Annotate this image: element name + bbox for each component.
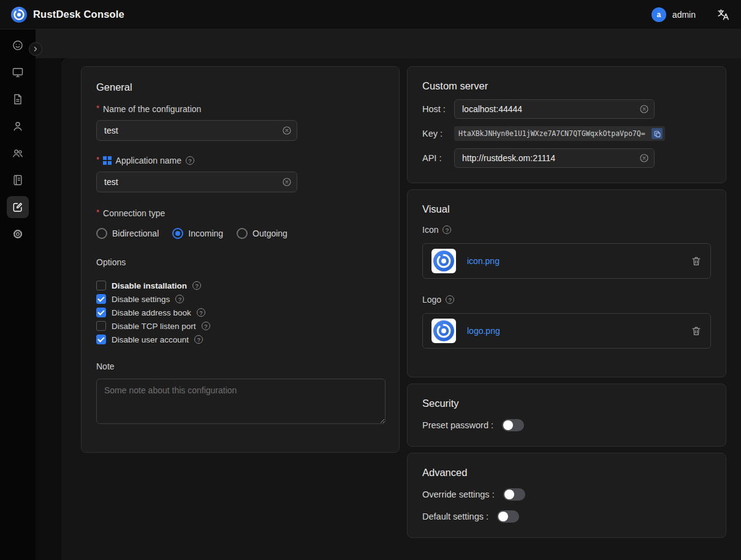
help-icon[interactable] — [175, 295, 184, 303]
clear-icon[interactable] — [282, 177, 292, 187]
override-settings-row: Override settings : — [422, 488, 711, 501]
default-settings-row: Default settings : — [422, 510, 711, 523]
top-strip — [36, 29, 741, 58]
sidebar-item-edit-icon[interactable] — [7, 196, 29, 218]
custom-server-card: Custom server Host : Key : HtaXBkJNHyn0e… — [407, 66, 726, 183]
name-field — [96, 120, 297, 141]
help-icon[interactable] — [197, 308, 205, 317]
note-label: Note — [96, 361, 384, 371]
checkbox-disable-user-account[interactable]: Disable user account — [96, 335, 384, 344]
delete-icon[interactable] — [691, 255, 702, 267]
radio-dot[interactable] — [96, 228, 107, 239]
brand: RustDesk Console — [11, 7, 124, 23]
host-input[interactable] — [454, 99, 655, 119]
icon-label: Icon — [422, 225, 711, 235]
key-value-chip: HtaXBkJNHyn0e1U1jWXze7A7CN7QTGWqxkOtpaVp… — [454, 126, 665, 141]
logo-file-box: logo.png — [422, 313, 711, 349]
radio-dot[interactable] — [237, 228, 248, 239]
default-settings-toggle[interactable] — [497, 510, 519, 523]
help-icon[interactable] — [446, 295, 454, 304]
language-icon[interactable] — [716, 8, 730, 21]
checkbox-disable-address-book[interactable]: Disable address book — [96, 308, 384, 317]
checkbox[interactable] — [96, 308, 106, 317]
windows-icon — [103, 156, 112, 165]
app-title: RustDesk Console — [33, 9, 124, 20]
checkbox-disable-tcp-listen-port[interactable]: Disable TCP listen port — [96, 321, 384, 331]
override-settings-label: Override settings : — [422, 490, 495, 499]
clear-icon[interactable] — [639, 104, 649, 114]
general-card: General Name of the configuration Applic… — [81, 66, 400, 453]
app-header: RustDesk Console a admin — [0, 0, 741, 29]
security-card: Security Preset password : — [407, 384, 726, 447]
options-list: Disable installation Disable settings Di… — [96, 281, 384, 344]
clear-icon[interactable] — [282, 126, 292, 135]
left-gutter — [36, 58, 61, 560]
security-title: Security — [422, 398, 711, 409]
username[interactable]: admin — [672, 10, 696, 20]
host-label: Host : — [422, 104, 454, 114]
note-textarea[interactable] — [96, 379, 386, 424]
help-icon[interactable] — [186, 156, 194, 165]
clear-icon[interactable] — [639, 153, 649, 163]
radio-bidirectional[interactable]: Bidirectional — [96, 228, 159, 239]
logo-preview — [431, 319, 456, 343]
api-input[interactable] — [454, 148, 655, 168]
visual-title: Visual — [422, 203, 711, 215]
note-area — [96, 379, 384, 426]
key-row: Key : HtaXBkJNHyn0e1U1jWXze7A7CN7QTGWqxk… — [422, 126, 711, 141]
copy-icon[interactable] — [652, 128, 663, 139]
advanced-card: Advanced Override settings : Default set… — [407, 453, 726, 538]
sidebar-item-monitor-icon[interactable] — [7, 61, 29, 83]
icon-file-link[interactable]: icon.png — [467, 256, 500, 266]
checkbox[interactable] — [96, 335, 106, 344]
right-column: Custom server Host : Key : HtaXBkJNHyn0e… — [407, 66, 726, 538]
name-field-label: Name of the configuration — [96, 104, 384, 114]
main-panel: General Name of the configuration Applic… — [61, 58, 741, 560]
radio-outgoing[interactable]: Outgoing — [237, 228, 287, 239]
default-settings-label: Default settings : — [422, 512, 488, 521]
sidebar-nav — [0, 29, 36, 560]
name-input[interactable] — [96, 120, 297, 141]
advanced-title: Advanced — [422, 467, 711, 479]
user-avatar[interactable]: a — [652, 7, 666, 22]
sidebar-item-smiley-icon[interactable] — [7, 34, 29, 56]
preset-password-label: Preset password : — [422, 420, 493, 430]
delete-icon[interactable] — [691, 325, 702, 336]
sidebar-item-document-icon[interactable] — [7, 88, 29, 110]
checkbox-disable-settings[interactable]: Disable settings — [96, 294, 384, 304]
connection-type-label: Connection type — [96, 208, 384, 218]
icon-preview — [431, 249, 456, 273]
help-icon[interactable] — [192, 281, 201, 290]
api-field — [454, 148, 655, 168]
host-field — [454, 99, 655, 119]
icon-file-box: icon.png — [422, 243, 711, 279]
logo-file-link[interactable]: logo.png — [467, 326, 500, 336]
radio-incoming[interactable]: Incoming — [172, 228, 223, 239]
key-value: HtaXBkJNHyn0e1U1jWXze7A7CN7QTGWqxkOtpaVp… — [458, 129, 652, 138]
checkbox[interactable] — [96, 294, 106, 304]
help-icon[interactable] — [202, 322, 210, 330]
sidebar-item-users-icon[interactable] — [7, 142, 29, 164]
custom-server-title: Custom server — [422, 80, 711, 92]
checkbox[interactable] — [96, 321, 106, 331]
visual-card: Visual Icon icon.png — [407, 189, 726, 377]
sidebar-item-settings-icon[interactable] — [7, 223, 29, 245]
sidebar-item-user-icon[interactable] — [7, 115, 29, 137]
override-settings-toggle[interactable] — [503, 488, 525, 501]
checkbox-disable-installation[interactable]: Disable installation — [96, 281, 384, 290]
rustdesk-logo-icon — [11, 7, 27, 23]
connection-type-group: Bidirectional Incoming Outgoing — [96, 228, 384, 239]
help-icon[interactable] — [443, 225, 451, 234]
sidebar-expand-button[interactable] — [29, 42, 42, 56]
preset-password-toggle[interactable] — [502, 419, 524, 431]
help-icon[interactable] — [194, 335, 203, 344]
checkbox[interactable] — [96, 281, 106, 290]
app-name-input[interactable] — [96, 172, 297, 192]
key-label: Key : — [422, 129, 454, 138]
api-label: API : — [422, 153, 454, 163]
host-row: Host : — [422, 99, 711, 119]
logo-label: Logo — [422, 295, 711, 305]
sidebar-item-logbook-icon[interactable] — [7, 169, 29, 191]
radio-dot[interactable] — [172, 228, 183, 239]
app-name-label: Application name — [96, 156, 384, 165]
